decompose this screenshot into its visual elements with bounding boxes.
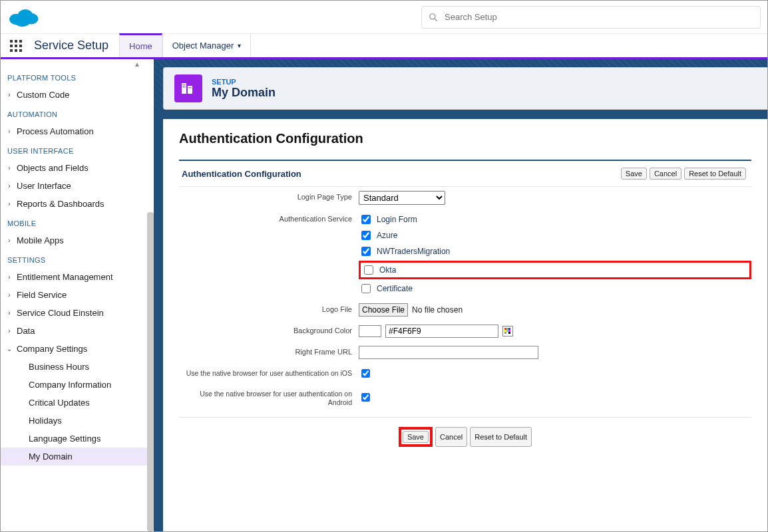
sidebar-heading-automation: AUTOMATION	[1, 104, 154, 122]
scroll-up-icon: ▲	[134, 61, 140, 68]
reset-button-bottom[interactable]: Reset to Default	[470, 427, 532, 447]
caret-right-icon: ›	[6, 309, 13, 317]
sidebar-heading-platform-tools: PLATFORM TOOLS	[1, 67, 154, 86]
config-form: Login Page Type Standard Authentication …	[179, 187, 751, 410]
sidebar-item-mobile-apps[interactable]: ›Mobile Apps	[1, 231, 154, 249]
checkbox-native-ios[interactable]	[361, 369, 370, 378]
tab-object-manager[interactable]: Object Manager ▾	[162, 34, 252, 57]
tab-object-manager-label: Object Manager	[172, 41, 234, 51]
sidebar-item-custom-code[interactable]: ›Custom Code	[1, 86, 154, 104]
svg-rect-12	[189, 87, 190, 88]
label-background-color: Background Color	[179, 325, 359, 338]
search-input[interactable]	[443, 11, 753, 23]
auth-service-login-form[interactable]: Login Form	[359, 213, 751, 226]
svg-rect-19	[508, 330, 510, 332]
checkbox-azure[interactable]	[361, 231, 371, 240]
section-title: Authentication Configuration	[182, 169, 301, 179]
sidebar-subitem-my-domain[interactable]: My Domain	[1, 448, 154, 466]
right-frame-url-input[interactable]	[359, 346, 538, 359]
sidebar-subitem-language-settings[interactable]: Language Settings	[1, 430, 154, 448]
cancel-button-top[interactable]: Cancel	[650, 168, 681, 180]
app-launcher-icon[interactable]	[1, 34, 31, 57]
label-native-ios: Use the native browser for user authenti…	[179, 367, 359, 380]
reset-button-top[interactable]: Reset to Default	[684, 168, 746, 180]
caret-right-icon: ›	[6, 182, 13, 190]
sidebar-item-reports-dashboards[interactable]: ›Reports & Dashboards	[1, 195, 154, 213]
sidebar-subitem-company-information[interactable]: Company Information	[1, 376, 154, 394]
sidebar-heading-mobile: MOBILE	[1, 213, 154, 231]
app-name: Service Setup	[31, 34, 119, 57]
sidebar-item-field-service[interactable]: ›Field Service	[1, 286, 154, 304]
background-color-input[interactable]	[385, 325, 498, 338]
row-native-android: Use the native browser for user authenti…	[179, 384, 751, 410]
color-picker-icon[interactable]	[502, 326, 513, 336]
global-search[interactable]	[421, 6, 761, 29]
caret-right-icon: ›	[6, 291, 13, 299]
sidebar-item-label: Service Cloud Einstein	[17, 308, 104, 318]
label-auth-service: Authentication Service	[179, 213, 359, 295]
svg-rect-8	[183, 84, 184, 86]
scrollbar-thumb[interactable]	[147, 212, 154, 531]
sidebar-heading-settings: SETTINGS	[1, 249, 154, 268]
row-auth-service: Authentication Service Login Form Azure …	[179, 209, 751, 299]
sidebar-item-company-settings[interactable]: ⌄Company Settings	[1, 340, 154, 358]
checkbox-nwtraders[interactable]	[361, 247, 371, 256]
sidebar-item-entitlement-management[interactable]: ›Entitlement Management	[1, 268, 154, 286]
auth-service-certificate[interactable]: Certificate	[359, 282, 751, 295]
sidebar-subitem-business-hours[interactable]: Business Hours	[1, 358, 154, 376]
auth-service-azure[interactable]: Azure	[359, 229, 751, 242]
sidebar-item-label: Field Service	[17, 290, 67, 300]
label-login-page-type: Login Page Type	[179, 191, 359, 205]
label-native-android: Use the native browser for user authenti…	[179, 388, 359, 406]
tab-home[interactable]: Home	[119, 33, 162, 57]
sidebar-item-process-automation[interactable]: ›Process Automation	[1, 122, 154, 140]
page-header: SETUP My Domain	[163, 67, 767, 110]
body: ▲ PLATFORM TOOLS ›Custom Code AUTOMATION…	[1, 59, 767, 531]
file-status: No file chosen	[412, 305, 463, 315]
sidebar-item-objects-fields[interactable]: ›Objects and Fields	[1, 159, 154, 177]
setup-sidebar[interactable]: ▲ PLATFORM TOOLS ›Custom Code AUTOMATION…	[1, 59, 154, 531]
section-header-row: Authentication Configuration Save Cancel…	[179, 161, 751, 187]
checkbox-label: NWTradersMigration	[377, 247, 450, 256]
sidebar-item-data[interactable]: ›Data	[1, 322, 154, 340]
select-login-page-type[interactable]: Standard	[359, 191, 445, 205]
caret-right-icon: ›	[6, 273, 13, 281]
save-highlight-box: Save	[399, 427, 433, 447]
sidebar-subitem-holidays[interactable]: Holidays	[1, 412, 154, 430]
svg-rect-18	[506, 330, 508, 332]
svg-point-3	[15, 15, 31, 27]
save-button-bottom[interactable]: Save	[403, 431, 429, 443]
label-right-frame-url: Right Frame URL	[179, 346, 359, 359]
cancel-button-bottom[interactable]: Cancel	[435, 427, 467, 447]
svg-rect-9	[184, 84, 186, 86]
nav-bar: Service Setup Home Object Manager ▾	[1, 34, 767, 59]
sidebar-item-label: User Interface	[17, 181, 71, 191]
sidebar-item-user-interface[interactable]: ›User Interface	[1, 177, 154, 195]
auth-service-okta[interactable]: Okta	[361, 263, 396, 277]
checkbox-certificate[interactable]	[361, 284, 371, 293]
checkbox-label: Azure	[377, 231, 397, 240]
svg-rect-14	[504, 328, 506, 330]
row-native-ios: Use the native browser for user authenti…	[179, 363, 751, 384]
salesforce-logo	[7, 6, 39, 29]
save-button-top[interactable]: Save	[621, 168, 647, 180]
checkbox-okta[interactable]	[364, 265, 373, 275]
content-title: Authentication Configuration	[179, 131, 751, 146]
chevron-down-icon: ▾	[238, 42, 241, 49]
svg-rect-7	[188, 86, 192, 94]
caret-right-icon: ›	[6, 237, 13, 244]
checkbox-native-android[interactable]	[361, 393, 370, 402]
caret-right-icon: ›	[6, 200, 13, 207]
my-domain-icon	[174, 74, 202, 102]
checkbox-login-form[interactable]	[361, 215, 371, 224]
sidebar-subitem-critical-updates[interactable]: Critical Updates	[1, 394, 154, 412]
app-frame: Service Setup Home Object Manager ▾ ▲ PL…	[0, 0, 768, 532]
choose-file-button[interactable]: Choose File	[359, 303, 408, 317]
okta-highlight-box: Okta	[359, 261, 751, 279]
sidebar-item-service-cloud-einstein[interactable]: ›Service Cloud Einstein	[1, 304, 154, 322]
auth-service-nwtraders[interactable]: NWTradersMigration	[359, 245, 751, 258]
row-login-page-type: Login Page Type Standard	[179, 187, 751, 209]
auth-config-section: Authentication Configuration Save Cancel…	[179, 160, 751, 447]
svg-rect-16	[508, 328, 510, 330]
main-panel: SETUP My Domain Authentication Configura…	[154, 59, 767, 531]
